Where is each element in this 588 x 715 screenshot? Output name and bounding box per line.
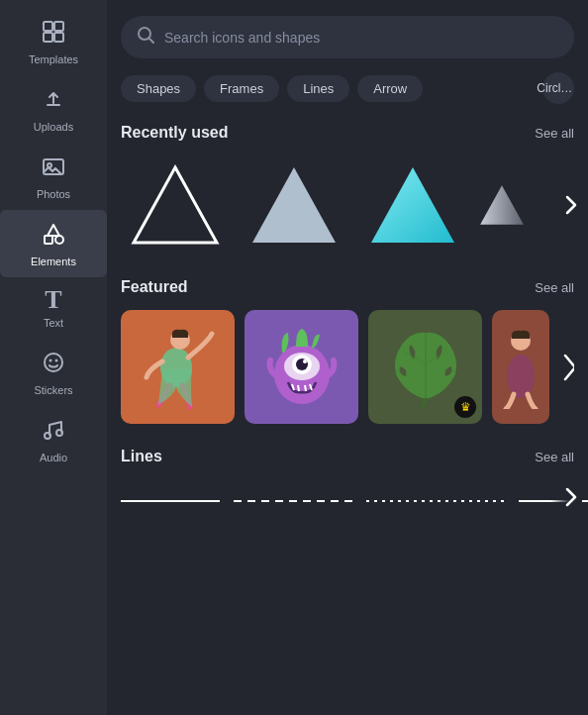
recently-used-header: Recently used See all <box>121 124 574 142</box>
pill-lines[interactable]: Lines <box>287 75 349 102</box>
featured-see-all[interactable]: See all <box>535 280 574 295</box>
recently-used-title: Recently used <box>121 124 228 142</box>
sidebar-item-elements-label: Elements <box>31 255 76 267</box>
sidebar-item-audio[interactable]: Audio <box>0 406 107 473</box>
shapes-scroll-right[interactable] <box>552 180 582 230</box>
stickers-icon <box>40 349 67 380</box>
shape-triangle-gray[interactable] <box>240 155 348 255</box>
recently-used-section: Recently used See all <box>121 124 574 255</box>
svg-point-7 <box>55 236 63 244</box>
svg-point-13 <box>139 28 150 40</box>
search-placeholder: Search icons and shapes <box>164 30 558 46</box>
templates-icon <box>40 18 67 50</box>
pill-more-label: Circl… <box>537 81 572 95</box>
svg-marker-14 <box>134 167 217 243</box>
sidebar-item-uploads[interactable]: Uploads <box>0 75 107 143</box>
pill-shapes[interactable]: Shapes <box>121 75 196 102</box>
sidebar-item-elements[interactable]: Elements <box>0 210 107 277</box>
featured-item-person[interactable] <box>492 310 549 424</box>
lines-scroll-right[interactable] <box>550 477 582 517</box>
svg-point-9 <box>49 359 52 362</box>
svg-marker-17 <box>480 185 524 225</box>
featured-scroll-right[interactable] <box>550 338 574 397</box>
recently-used-see-all[interactable]: See all <box>535 126 574 141</box>
crown-badge: ♛ <box>454 396 476 418</box>
sidebar-item-templates-label: Templates <box>29 53 78 65</box>
sidebar-item-photos[interactable]: Photos <box>0 143 107 210</box>
photos-icon <box>40 153 67 184</box>
featured-row: ♛ <box>121 310 574 424</box>
sidebar-item-photos-label: Photos <box>37 188 70 200</box>
sidebar-item-text-label: Text <box>44 317 63 329</box>
svg-marker-16 <box>371 167 454 243</box>
sidebar-item-templates[interactable]: Templates <box>0 8 107 75</box>
line-solid[interactable] <box>121 500 220 502</box>
lines-see-all[interactable]: See all <box>535 450 574 464</box>
svg-point-8 <box>45 354 62 371</box>
svg-point-12 <box>56 430 62 436</box>
lines-row <box>121 479 574 515</box>
lines-title: Lines <box>121 448 162 465</box>
pill-more[interactable]: Circl… › <box>542 72 574 104</box>
sidebar: Templates Uploads Photos <box>0 0 107 715</box>
line-dashed[interactable] <box>234 500 352 502</box>
svg-rect-3 <box>54 33 63 42</box>
shape-triangle-cyan[interactable] <box>358 155 467 255</box>
svg-point-26 <box>507 355 535 398</box>
featured-header: Featured See all <box>121 278 574 296</box>
shape-triangle-faded[interactable] <box>477 155 527 255</box>
elements-icon <box>40 220 67 252</box>
svg-rect-2 <box>44 33 52 42</box>
svg-point-11 <box>45 433 50 439</box>
main-content: Search icons and shapes Shapes Frames Li… <box>107 0 588 715</box>
shapes-row <box>121 155 574 255</box>
featured-title: Featured <box>121 278 188 296</box>
featured-section: Featured See all <box>121 278 574 424</box>
uploads-icon <box>40 85 67 117</box>
shape-triangle-outline[interactable] <box>121 155 230 255</box>
sidebar-item-audio-label: Audio <box>40 452 67 463</box>
svg-marker-15 <box>252 167 336 243</box>
text-icon: T <box>45 287 61 313</box>
sidebar-item-uploads-label: Uploads <box>34 121 73 133</box>
category-pills: Shapes Frames Lines Arrow Circl… › <box>121 72 574 104</box>
svg-rect-6 <box>45 236 52 244</box>
lines-header: Lines See all <box>121 448 574 465</box>
featured-item-monster[interactable] <box>245 310 358 424</box>
search-bar[interactable]: Search icons and shapes <box>121 16 574 58</box>
crown-icon: ♛ <box>460 400 471 414</box>
sidebar-item-text[interactable]: T Text <box>0 277 107 339</box>
svg-point-10 <box>55 359 58 362</box>
pill-arrow[interactable]: Arrow <box>357 75 423 102</box>
sidebar-item-stickers-label: Stickers <box>34 384 72 396</box>
featured-item-dancer[interactable] <box>121 310 235 424</box>
search-icon <box>137 26 154 49</box>
sidebar-item-stickers[interactable]: Stickers <box>0 339 107 406</box>
lines-section: Lines See all <box>121 448 574 515</box>
svg-rect-0 <box>44 22 52 31</box>
line-dotted[interactable] <box>366 500 505 502</box>
featured-item-leaf[interactable]: ♛ <box>368 310 482 424</box>
pill-frames[interactable]: Frames <box>204 75 279 102</box>
svg-rect-1 <box>54 22 63 31</box>
svg-point-24 <box>303 359 307 363</box>
audio-icon <box>40 416 67 448</box>
